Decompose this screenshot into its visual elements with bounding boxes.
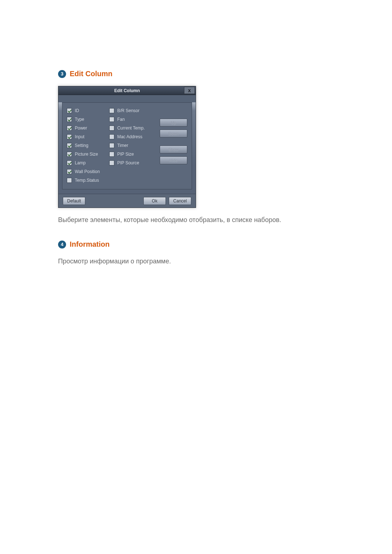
checkbox-column-right: B/R SensorFanCurrent Temp.Mac AddressTim…	[109, 108, 145, 183]
checkbox-item: Mac Address	[109, 134, 145, 140]
information-caption: Просмотр информации о программе.	[58, 257, 334, 266]
checkbox-label: ID	[75, 108, 79, 113]
dialog-title: Edit Column	[114, 88, 140, 93]
checkbox-item: ID	[67, 108, 100, 114]
checkbox-item: Type	[67, 116, 100, 122]
checkbox[interactable]	[67, 178, 72, 183]
checkbox[interactable]	[67, 108, 72, 113]
checkbox[interactable]	[67, 117, 72, 122]
close-button[interactable]: x	[184, 87, 195, 94]
edit-column-dialog: Edit Column x IDTypePowerInputSettingPic…	[58, 86, 196, 208]
checkbox-columns: IDTypePowerInputSettingPicture SizeLampW…	[67, 108, 160, 183]
section-title-edit-column: Edit Column	[70, 70, 113, 78]
close-icon: x	[188, 87, 191, 93]
badge-3: 3	[58, 70, 66, 78]
checkbox-label: B/R Sensor	[117, 108, 139, 113]
checkbox[interactable]	[67, 169, 72, 174]
checkbox[interactable]	[67, 126, 72, 131]
page-content: 3 Edit Column Edit Column x IDTypePowerI…	[58, 70, 334, 282]
section-title-information: Information	[70, 240, 110, 249]
checkbox-label: Picture Size	[75, 152, 98, 157]
checkbox-label: Mac Address	[117, 134, 142, 139]
hide-button[interactable]: Hide	[160, 156, 187, 164]
checkbox-item: Wall Position	[67, 169, 100, 175]
checkbox-item: Fan	[109, 116, 145, 122]
checkbox[interactable]	[109, 134, 114, 139]
dialog-titlebar: Edit Column x	[58, 86, 196, 95]
checkbox-item: Input	[67, 134, 100, 140]
checkbox-label: Setting	[75, 143, 88, 148]
dialog-inner-panel: IDTypePowerInputSettingPicture SizeLampW…	[62, 102, 192, 189]
checkbox-label: PIP Source	[117, 160, 139, 165]
checkbox[interactable]	[67, 134, 72, 139]
checkbox-label: Current Temp.	[117, 126, 145, 131]
checkbox-label: Type	[75, 117, 84, 122]
checkbox[interactable]	[109, 126, 114, 131]
dialog-footer: Default Ok Cancel	[58, 194, 196, 208]
section-heading-4: 4 Information	[58, 240, 334, 249]
checkbox[interactable]	[109, 108, 114, 113]
checkbox[interactable]	[109, 152, 114, 157]
checkbox[interactable]	[67, 160, 72, 165]
checkbox-item: Power	[67, 125, 100, 131]
checkbox[interactable]	[109, 117, 114, 122]
checkbox-label: Power	[75, 126, 87, 131]
section-heading-3: 3 Edit Column	[58, 70, 334, 78]
checkbox[interactable]	[109, 143, 114, 148]
checkbox-column-left: IDTypePowerInputSettingPicture SizeLampW…	[67, 108, 100, 183]
checkbox-item: Lamp	[67, 160, 100, 166]
checkbox-label: Temp.Status	[75, 178, 99, 183]
cancel-button[interactable]: Cancel	[169, 197, 191, 205]
checkbox-item: Timer	[109, 143, 145, 148]
checkbox-item: Picture Size	[67, 151, 100, 157]
dialog-body: IDTypePowerInputSettingPicture SizeLampW…	[58, 102, 196, 208]
checkbox-item: PIP Size	[109, 151, 145, 157]
checkbox-item: PIP Source	[109, 160, 145, 166]
checkbox-label: Wall Position	[75, 169, 100, 174]
side-button-group: Up Down Show Hide	[160, 108, 187, 183]
checkbox-item: Current Temp.	[109, 125, 145, 131]
checkbox-item: Setting	[67, 143, 100, 148]
ok-button[interactable]: Ok	[143, 197, 166, 205]
checkbox[interactable]	[67, 152, 72, 157]
badge-4: 4	[58, 241, 66, 249]
down-button[interactable]: Down	[160, 130, 187, 138]
checkbox-label: Lamp	[75, 160, 86, 165]
edit-column-caption: Выберите элементы, которые необходимо от…	[58, 215, 334, 225]
checkbox-label: Fan	[117, 117, 125, 122]
checkbox[interactable]	[67, 143, 72, 148]
checkbox-item: Temp.Status	[67, 177, 100, 183]
up-button[interactable]: Up	[160, 119, 187, 127]
checkbox-label: Timer	[117, 143, 128, 148]
show-button[interactable]: Show	[160, 145, 187, 153]
default-button[interactable]: Default	[63, 197, 85, 205]
checkbox-label: Input	[75, 134, 85, 139]
checkbox[interactable]	[109, 160, 114, 165]
checkbox-item: B/R Sensor	[109, 108, 145, 114]
move-buttons: Up Down	[160, 119, 187, 138]
visibility-buttons: Show Hide	[160, 145, 187, 164]
checkbox-label: PIP Size	[117, 152, 134, 157]
